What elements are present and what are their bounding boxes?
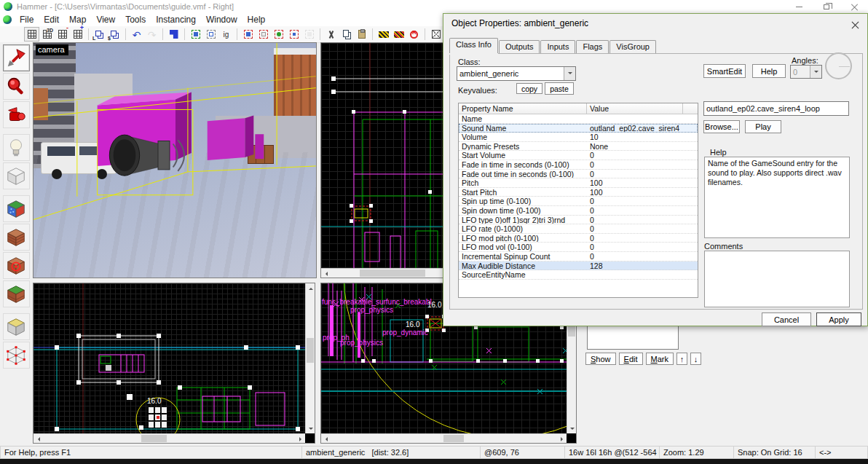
angles-dropdown[interactable]: 0 — [790, 65, 822, 79]
ignore-groups-icon[interactable]: ig — [218, 27, 234, 42]
table-row[interactable]: Dynamic PresetsNone — [459, 142, 698, 152]
tool-decal[interactable] — [3, 252, 30, 279]
tool-texture-application[interactable] — [3, 195, 30, 222]
run-map-icon[interactable]: R — [406, 27, 422, 42]
table-row[interactable]: SourceEntityName — [459, 270, 698, 280]
viewport-3d-camera[interactable]: camera — [33, 42, 317, 278]
table-row[interactable]: LFO mod pitch (0-100)0 — [459, 234, 698, 243]
copy-button[interactable]: copy — [516, 83, 542, 94]
menu-instancing[interactable]: Instancing — [151, 13, 201, 26]
scroll-left-arrow[interactable] — [33, 434, 43, 444]
viewport-type-label[interactable]: camera — [36, 44, 68, 55]
column-header-property[interactable]: Property Name — [459, 103, 587, 114]
paste-icon[interactable] — [354, 27, 369, 42]
vertical-scrollbar[interactable] — [305, 283, 315, 433]
close-icon[interactable] — [840, 0, 868, 13]
tab-flags[interactable]: Flags — [576, 40, 609, 53]
chevron-down-icon[interactable] — [810, 66, 821, 78]
table-row[interactable]: Sound Nameoutland_ep02.cave_siren4_loop — [459, 124, 698, 133]
tool-clip[interactable] — [3, 313, 30, 340]
tab-inputs[interactable]: Inputs — [540, 40, 575, 53]
texture-lock-icon[interactable] — [376, 27, 391, 42]
tab-visgroup[interactable]: VisGroup — [609, 40, 656, 53]
menu-file[interactable]: File — [15, 13, 39, 26]
tool-entity[interactable] — [3, 134, 30, 161]
tool-apply-texture[interactable] — [3, 224, 30, 251]
cut-icon[interactable] — [323, 27, 339, 42]
larger-grid-icon[interactable]: + — [70, 27, 85, 42]
viewport-2d-side[interactable]: 16.0 — [33, 283, 315, 444]
horizontal-scrollbar[interactable] — [321, 433, 567, 443]
show-all-icon[interactable] — [271, 27, 286, 42]
scroll-up-arrow[interactable] — [306, 283, 315, 293]
table-row[interactable]: Name — [459, 114, 698, 124]
hide-selected-icon[interactable] — [240, 27, 256, 42]
dialog-titlebar[interactable]: Object Properties: ambient_generic — [443, 14, 867, 33]
tool-magnify[interactable] — [3, 73, 30, 100]
ungroup-icon[interactable] — [203, 27, 218, 42]
carve-icon[interactable] — [166, 27, 181, 42]
menu-tools[interactable]: Tools — [120, 13, 151, 26]
tool-block[interactable] — [3, 162, 30, 189]
toggle-grid-icon[interactable] — [24, 27, 39, 42]
menu-view[interactable]: View — [91, 13, 120, 26]
table-row[interactable]: Start Pitch100 — [459, 188, 698, 197]
smartedit-button[interactable]: SmartEdit — [703, 64, 746, 78]
menu-window[interactable]: Window — [201, 13, 242, 26]
hide-unselected-icon[interactable] — [256, 27, 271, 42]
undo-icon[interactable] — [129, 27, 144, 42]
tool-overlay[interactable] — [3, 280, 30, 307]
save-window-state-icon[interactable]: $ — [107, 27, 122, 42]
table-row[interactable]: LFO mod vol (0-100)0 — [459, 243, 698, 252]
tool-vertex-manipulation[interactable] — [3, 342, 30, 369]
tab-outputs[interactable]: Outputs — [499, 40, 540, 53]
copy-icon[interactable] — [339, 27, 354, 42]
table-row[interactable]: Incremental Spinup Count0 — [459, 252, 698, 262]
table-row[interactable]: LFO rate (0-1000)0 — [459, 224, 698, 234]
paste-button[interactable]: paste — [545, 82, 574, 95]
restore-icon[interactable] — [813, 0, 840, 13]
edit-button[interactable]: Edit — [619, 353, 643, 365]
table-row[interactable]: Volume10 — [459, 133, 698, 142]
scroll-down-arrow[interactable] — [567, 424, 577, 433]
minimize-icon[interactable] — [785, 0, 813, 13]
tool-camera[interactable] — [3, 101, 30, 128]
table-row[interactable]: Start Volume0 — [459, 151, 698, 160]
table-row[interactable]: Spin up time (0-100)0 — [459, 197, 698, 206]
table-row[interactable]: Fade in time in seconds (0-100)0 — [459, 160, 698, 170]
column-header-value[interactable]: Value — [587, 103, 683, 114]
tool-selection[interactable] — [3, 44, 30, 71]
toggle-3d-grid-icon[interactable]: 3D — [39, 27, 55, 42]
table-row[interactable]: Spin down time (0-100)0 — [459, 206, 698, 216]
class-dropdown[interactable]: ambient_generic — [457, 66, 576, 81]
scroll-left-arrow[interactable] — [321, 269, 331, 278]
load-window-state-icon[interactable]: L — [92, 27, 107, 42]
group-icon[interactable] — [188, 27, 203, 42]
chevron-down-icon[interactable] — [564, 67, 575, 80]
menu-help[interactable]: Help — [242, 13, 271, 26]
browse-button[interactable]: Browse... — [703, 120, 740, 133]
scroll-down-arrow[interactable] — [306, 424, 315, 433]
scroll-right-arrow[interactable] — [296, 434, 305, 444]
table-row[interactable]: Fade out time in seconds (0-100)0 — [459, 170, 698, 179]
titlebar[interactable]: Hammer - [C:\Users\Virmantas\Documents\g… — [0, 0, 868, 13]
scroll-right-arrow[interactable] — [557, 434, 567, 444]
help-button[interactable]: Help — [752, 64, 786, 78]
menu-edit[interactable]: Edit — [39, 13, 64, 26]
smaller-grid-icon[interactable]: - — [55, 27, 70, 42]
table-row[interactable]: LFO type 0)off 1)sqr 2)tri 3)rnd0 — [459, 216, 698, 225]
table-row[interactable]: Max Audible Distance128 — [459, 262, 698, 271]
move-up-icon[interactable]: ↑ — [676, 353, 687, 365]
object-bounds-icon[interactable] — [428, 27, 443, 42]
angle-dial[interactable] — [825, 52, 852, 79]
comments-textarea[interactable] — [704, 251, 850, 307]
mark-button[interactable]: Mark — [646, 353, 674, 365]
show-button[interactable]: Show — [585, 353, 616, 365]
horizontal-scrollbar[interactable] — [33, 433, 305, 443]
cordon-icon[interactable] — [286, 27, 301, 42]
scroll-left-arrow[interactable] — [321, 434, 331, 444]
cordon-edit-icon[interactable] — [301, 27, 317, 42]
move-down-icon[interactable]: ↓ — [690, 353, 701, 365]
texture-scale-lock-icon[interactable] — [391, 27, 406, 42]
play-button[interactable]: Play — [745, 120, 781, 133]
